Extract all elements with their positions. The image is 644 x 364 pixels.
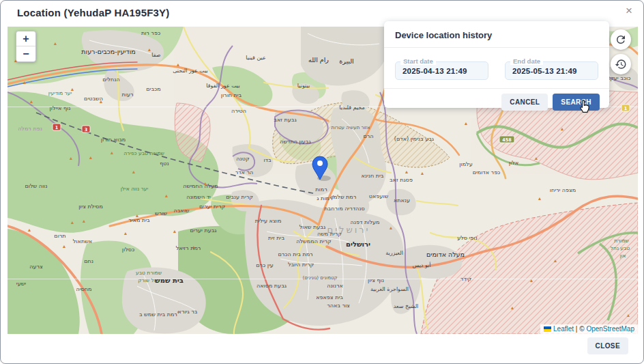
- svg-text:▲: ▲: [534, 156, 539, 160]
- svg-text:קרית ענבים: קרית ענבים: [226, 194, 253, 200]
- refresh-button[interactable]: [611, 29, 631, 50]
- end-date-label: End date: [510, 57, 543, 65]
- svg-text:3: 3: [85, 127, 88, 132]
- location-dialog: Location (YehudaP HA195F3Y) ×: [0, 0, 644, 364]
- svg-text:البيرة: البيرة: [339, 57, 354, 65]
- svg-text:אלון: אלון: [509, 160, 518, 166]
- svg-text:יער מודיעין: יער מודיעין: [48, 90, 72, 96]
- svg-text:בית חנינא: בית חנינא: [362, 173, 384, 179]
- svg-text:גבעת שאול: גבעת שאול: [299, 224, 326, 230]
- start-date-field[interactable]: Start date 2025-04-13 21:49: [395, 61, 488, 80]
- svg-text:מודיעין-מכבים-רעות: מודיעין-מכבים-רעות: [81, 48, 135, 55]
- svg-text:▲: ▲: [560, 126, 565, 131]
- svg-text:יד השמונה: יד השמונה: [186, 194, 211, 200]
- svg-text:▲: ▲: [89, 155, 93, 160]
- svg-text:ענאתא: ענאתא: [394, 197, 410, 204]
- svg-text:בית מאיר: בית מאיר: [128, 217, 150, 223]
- svg-text:▲: ▲: [529, 278, 534, 283]
- svg-text:קרית היובל: קרית היובל: [288, 262, 314, 268]
- svg-text:שועפאט: שועפאט: [369, 193, 389, 199]
- svg-text:1: 1: [624, 106, 628, 111]
- svg-text:נטף: נטף: [160, 160, 169, 167]
- svg-text:בית צפאפא: בית צפאפא: [316, 294, 343, 300]
- svg-text:אזור תעשיה עטרות: אזור תעשיה עטרות: [332, 125, 370, 130]
- svg-text:מחסיה: מחסיה: [76, 286, 92, 292]
- svg-text:קרית הממשלה: קרית הממשלה: [296, 238, 332, 244]
- svg-text:▲: ▲: [405, 169, 409, 174]
- svg-text:▲: ▲: [510, 305, 515, 310]
- svg-text:عين قينيا: عين قينيا: [246, 55, 265, 61]
- svg-text:▲: ▲: [132, 169, 136, 174]
- svg-text:תרום: תרום: [54, 233, 65, 239]
- svg-text:▲: ▲: [553, 258, 558, 263]
- svg-text:▲: ▲: [420, 171, 425, 176]
- svg-text:יער נווה אילן: יער נווה אילן: [121, 186, 149, 192]
- svg-text:הנחלים: הנחלים: [102, 76, 119, 83]
- svg-text:נוף איילון: נוף איילון: [50, 105, 71, 111]
- svg-text:סנהדריה מורחבת: סנהדריה מורחבת: [324, 206, 364, 212]
- svg-text:קידר: קידר: [460, 276, 472, 282]
- osm-link[interactable]: OpenStreetMap: [586, 325, 634, 333]
- svg-text:גבעון החדשה: גבעון החדשה: [280, 139, 311, 145]
- attribution-separator: | ©: [574, 325, 586, 333]
- svg-text:ארנונה: ארנונה: [327, 283, 343, 289]
- svg-text:כפר רות: כפר רות: [141, 30, 160, 36]
- svg-text:רמת בית שמש ב': רמת בית שמש ב': [139, 311, 179, 318]
- svg-text:بيت عور التحتى: بيت عور التحتى: [173, 68, 208, 74]
- zoom-control: + −: [16, 31, 36, 62]
- panel-title: Device location history: [384, 21, 609, 47]
- svg-text:ישעי: ישעי: [16, 281, 26, 287]
- svg-text:טבע נחל: טבע נחל: [611, 245, 630, 251]
- svg-text:מסילת ציון: מסילת ציון: [78, 204, 103, 210]
- svg-text:רמות: רמות: [315, 186, 327, 193]
- svg-text:▲: ▲: [626, 313, 631, 318]
- zoom-in-button[interactable]: +: [16, 31, 35, 46]
- svg-text:▲: ▲: [164, 193, 169, 198]
- ukraine-flag-icon: [544, 326, 551, 332]
- svg-text:مخيم قلنديا: مخيم قلنديا: [339, 104, 364, 111]
- svg-text:▲: ▲: [538, 196, 542, 201]
- search-button[interactable]: SEARCH: [553, 94, 600, 111]
- svg-text:הטירה: הטירה: [231, 108, 246, 114]
- zoom-out-button[interactable]: −: [16, 46, 35, 61]
- svg-text:רעות: רעות: [122, 92, 134, 98]
- svg-text:נווה שלום: נווה שלום: [25, 183, 47, 189]
- start-date-label: Start date: [400, 57, 436, 65]
- svg-text:1: 1: [55, 125, 59, 130]
- svg-text:רמות ג': רמות ג': [317, 195, 334, 201]
- svg-text:פסגת זאב: פסגת זאב: [390, 177, 413, 183]
- leaflet-link[interactable]: Leaflet: [553, 325, 574, 333]
- svg-text:הרם: הרם: [363, 133, 373, 139]
- svg-text:גבע בנימין (אדם): גבע בנימין (אדם): [394, 136, 435, 142]
- svg-text:▲: ▲: [29, 99, 34, 104]
- history-clock-icon: [615, 58, 627, 70]
- svg-text:שמורת טבע: שמורת טבע: [136, 270, 162, 276]
- svg-text:בית חורון: בית חורון: [221, 92, 242, 98]
- svg-text:שמורת טבע כפירה: שמורת טבע כפירה: [123, 150, 164, 156]
- svg-text:▲: ▲: [173, 229, 177, 234]
- svg-text:קטמונים (גונינים): קטמונים (גונינים): [302, 275, 337, 281]
- svg-text:▲: ▲: [23, 80, 27, 85]
- svg-text:▲: ▲: [53, 41, 58, 46]
- svg-text:▲: ▲: [70, 220, 75, 225]
- svg-text:بيت عور الفوقا: بيت عور الفوقا: [206, 83, 239, 89]
- close-icon[interactable]: ×: [626, 5, 632, 16]
- svg-text:און: און: [619, 253, 626, 259]
- svg-text:الشيخ سعد: الشيخ سعد: [394, 303, 419, 309]
- svg-text:▲: ▲: [123, 231, 128, 236]
- svg-text:כוכב יעקב: כוכב יעקב: [607, 75, 631, 81]
- end-date-field[interactable]: End date 2025-05-13 21:49: [505, 61, 598, 80]
- svg-text:صفا: صفا: [151, 52, 160, 58]
- svg-text:כפר אדומים: כפר אדומים: [473, 169, 501, 176]
- svg-text:מוצא עילית: מוצא עילית: [255, 218, 282, 224]
- svg-text:נופי סלע: נופי סלע: [457, 235, 477, 241]
- close-button[interactable]: CLOSE: [587, 337, 628, 354]
- svg-text:בר גיורא: בר גיורא: [178, 309, 198, 315]
- location-history-button[interactable]: [611, 54, 631, 74]
- svg-text:צור באהר: צור באהר: [327, 303, 350, 309]
- svg-text:בדו: בדו: [263, 157, 272, 163]
- svg-text:שורש: שורש: [155, 210, 167, 216]
- refresh-icon: [615, 33, 627, 46]
- svg-text:▲: ▲: [62, 244, 67, 249]
- cancel-button[interactable]: CANCEL: [501, 94, 548, 111]
